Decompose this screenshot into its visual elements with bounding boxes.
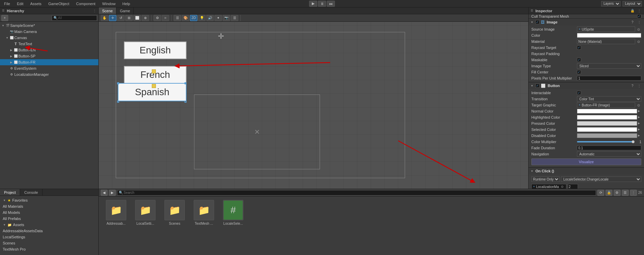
source-image-ref[interactable]: ⚬ UISprite [577,27,635,32]
assets-forward-btn[interactable]: ▶ [109,190,116,196]
layers-dropdown[interactable]: Layers [601,1,621,6]
view-audio[interactable]: 🔊 [206,15,214,21]
asset-item-addressable[interactable]: 📁 Addressab... [104,200,128,225]
view-2d[interactable]: 2D [190,15,197,21]
project-item-all-materials[interactable]: All Materials [1,203,97,209]
asset-item-localsetti[interactable]: 📁 LocalSetti... [133,200,157,225]
view-shading[interactable]: 🎨 [182,15,189,21]
menu-assets[interactable]: Assets [28,0,44,7]
selected-color-swatch[interactable] [577,127,637,132]
image-section-cb[interactable]: ✓ [535,20,540,24]
image-type-select[interactable]: Sliced [577,63,641,69]
button-section-header[interactable]: ▼ ✓ ⬜ Button ? ⋮ [529,82,644,89]
menu-edit[interactable]: Edit [15,0,26,7]
onclick-function-select[interactable]: LocaleSelector.ChangeLocale [561,176,641,182]
view-fx[interactable]: ✦ [214,15,222,21]
material-ref[interactable]: None (Material) [577,39,635,44]
project-item-all-models[interactable]: All Models [1,209,97,216]
asset-item-localesele[interactable]: # LocaleSele... [221,200,245,225]
tab-scene[interactable]: Scene [99,7,116,14]
visualize-button[interactable]: Visualize [531,158,641,165]
asset-item-textmesh[interactable]: 📁 TextMesh ... [192,200,216,225]
color-multiplier-track[interactable] [577,141,633,142]
menu-component[interactable]: Component [74,0,97,7]
onclick-runtime-select[interactable]: Runtime Only [531,176,560,182]
onclick-header[interactable]: ▼ On Click () [529,168,644,174]
hierarchy-item-canvas[interactable]: ▼ ⬜ Canvas [0,35,98,41]
normal-color-arrow[interactable]: ▶ [638,109,641,113]
layout-dropdown[interactable]: Layout [623,1,642,6]
move-handle[interactable] [152,69,156,73]
play-button[interactable]: ▶ [309,1,317,7]
hierarchy-item-button-fr[interactable]: ▶ ⬜ Button-FR [0,59,98,65]
assets-back-btn[interactable]: ◀ [101,190,108,196]
selected-color-arrow[interactable]: ▶ [638,128,641,131]
tab-project[interactable]: Project [0,189,20,196]
source-image-pick[interactable]: ⊙ [636,27,641,32]
button-section-q-icon[interactable]: ? [630,83,635,88]
navigation-select[interactable]: Automatic [577,151,641,157]
project-item-addressable[interactable]: AddressableAssetsData [1,228,97,234]
onclick-obj-cb[interactable]: ⊙ [560,184,565,189]
button-section-cb[interactable]: ✓ [535,84,540,88]
interactable-cb[interactable]: ✓ [577,91,581,95]
project-item-localsettings[interactable]: LocalSettings [1,234,97,240]
inspector-options-icon[interactable]: ⋮ [637,8,642,14]
highlighted-color-swatch[interactable] [577,115,637,120]
menu-gameobject[interactable]: GameObject [46,0,71,7]
tool-transform[interactable]: ⊕ [142,15,149,21]
hierarchy-item-localizationmanager[interactable]: ⚙ LocalizationManager [0,71,98,78]
hierarchy-options-icon[interactable]: ⋮ [93,9,96,13]
hierarchy-all-label[interactable]: All [58,16,62,20]
transition-select[interactable]: Color Tint [577,96,641,102]
maskable-cb[interactable]: ✓ [577,58,581,62]
color-multiplier-thumb[interactable] [632,140,634,143]
hierarchy-item-button-sp[interactable]: ▶ ⬜ Button-SP [0,53,98,59]
project-item-scenes[interactable]: Scenes [1,240,97,246]
cull-checkbox[interactable]: ✓ [637,14,641,18]
scene-view[interactable]: ✕ English French Spanish ✛ [99,22,528,189]
assets-layout-btn[interactable]: ☰ [622,190,629,196]
fill-center-cb[interactable]: ✓ [577,70,581,74]
menu-help[interactable]: Help [120,0,132,7]
pressed-color-swatch[interactable] [577,121,637,126]
view-gizmos[interactable]: ☰ [231,15,238,21]
view-light[interactable]: 💡 [198,15,206,21]
project-item-favorites[interactable]: ▼ ★ Favorites [1,197,97,203]
scene-btn-english[interactable]: English [124,41,187,59]
tab-game[interactable]: Game [116,7,134,14]
onclick-obj-ref[interactable]: ⚬ LocalizationMa ⊙ [531,184,566,189]
project-item-assets[interactable]: ▼ 📁 Assets [1,222,97,228]
snap-btn[interactable]: ⌗ [162,15,169,21]
target-graphic-pick[interactable]: ⊙ [636,102,641,108]
image-section-options-icon[interactable]: ⋮ [637,19,642,25]
asset-item-scenes[interactable]: 📁 Scenes [163,200,187,225]
bottom-handle[interactable] [152,84,156,88]
project-item-all-prefabs[interactable]: All Prefabs [1,216,97,222]
image-section-header[interactable]: ▼ ✓ 🖼 Image ? ⋮ [529,19,644,26]
step-button[interactable]: ⏭ [327,1,335,7]
hierarchy-item-samplescene[interactable]: ▼ 🎬 SampleScene* [0,22,98,29]
menu-file[interactable]: File [2,0,12,7]
inspector-lock-icon[interactable]: 🔒 [630,8,635,14]
tool-rect[interactable]: ⬜ [133,15,141,21]
menu-window[interactable]: Window [100,0,117,7]
project-item-textmesh[interactable]: TextMesh Pro [1,246,97,252]
hierarchy-item-maincamera[interactable]: 📷 Main Camera [0,29,98,35]
onclick-val-input[interactable] [568,184,578,189]
color-swatch[interactable] [577,33,641,38]
pixels-input[interactable] [577,76,641,81]
hierarchy-item-eventsystem[interactable]: ⚙ EventSystem [0,65,98,71]
tool-move[interactable]: ✛ [109,15,116,21]
snap-settings[interactable]: ⚙ [154,15,161,21]
tab-console[interactable]: Console [20,189,42,196]
tool-hand[interactable]: ✋ [101,15,108,21]
view-options[interactable]: ☰ [174,15,181,21]
pause-button[interactable]: ⏸ [318,1,326,7]
tool-scale[interactable]: ⊞ [125,15,133,21]
highlighted-color-arrow[interactable]: ▶ [638,116,641,119]
image-section-q-icon[interactable]: ? [630,19,635,25]
pressed-color-arrow[interactable]: ▶ [638,122,641,125]
disabled-color-swatch[interactable] [577,133,637,138]
assets-search-input[interactable] [124,191,594,194]
